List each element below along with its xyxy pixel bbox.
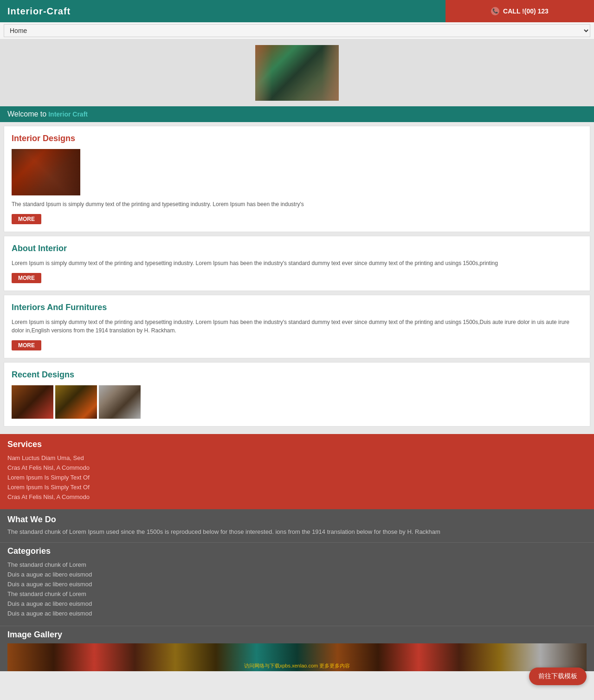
category-item: Duis a augue ac libero euismod — [7, 579, 587, 589]
gallery-section: Image Gallery 访问网络与下载xpbs.xenlao.com 更多更… — [0, 626, 594, 671]
call-label: CALL !(00) 123 — [503, 7, 549, 15]
category-item: Duis a augue ac libero euismod — [7, 599, 587, 609]
interiors-furnitures-more-button[interactable]: MORE — [12, 340, 41, 350]
service-item[interactable]: Cras At Felis Nisl, A Commodo — [7, 492, 587, 502]
recent-images-row — [12, 385, 582, 419]
interiors-furnitures-card: Interiors And Furnitures Lorem Ipsum is … — [4, 295, 590, 358]
interior-designs-card: Interior Designs The standard Ipsum is s… — [4, 126, 590, 232]
services-title: Services — [7, 440, 587, 449]
header: Interior-Craft 📞 CALL !(00) 123 — [0, 0, 594, 22]
hero-section — [0, 39, 594, 106]
phone-icon: 📞 — [491, 7, 499, 15]
main-content: Interior Designs The standard Ipsum is s… — [0, 122, 594, 434]
category-item: The standard chunk of Lorem — [7, 560, 587, 570]
gallery-title: Image Gallery — [7, 630, 587, 640]
about-interior-more-button[interactable]: MORE — [12, 273, 41, 283]
logo-text: Interior-Craft — [7, 6, 71, 17]
interior-designs-title: Interior Designs — [12, 134, 582, 143]
services-list: Nam Luctus Diam Uma, SedCras At Felis Ni… — [7, 453, 587, 502]
services-section: Services Nam Luctus Diam Uma, SedCras At… — [0, 434, 594, 509]
nav-dropdown[interactable]: Home About Services Gallery Contact — [4, 24, 590, 37]
whatwedo-title: What We Do — [7, 515, 587, 525]
category-item: The standard chunk of Lorem — [7, 589, 587, 599]
recent-image-3[interactable] — [99, 385, 141, 419]
header-call[interactable]: 📞 CALL !(00) 123 — [446, 0, 594, 22]
welcome-prefix: Welcome to — [7, 110, 46, 118]
category-item: Duis a augue ac libero euismod — [7, 609, 587, 618]
interior-designs-more-button[interactable]: MORE — [12, 214, 41, 224]
interior-designs-desc: The standard Ipsum is simply dummy text … — [12, 200, 582, 208]
about-interior-desc: Lorem Ipsum is simply dummy text of the … — [12, 259, 582, 267]
download-template-button[interactable]: 前往下载模板 — [529, 668, 587, 671]
interior-designs-image — [12, 149, 80, 195]
category-item: Duis a augue ac libero euismod — [7, 570, 587, 579]
recent-image-1[interactable] — [12, 385, 53, 419]
welcome-brand: Interior Craft — [48, 110, 88, 118]
categories-section: Categories The standard chunk of LoremDu… — [0, 542, 594, 626]
service-item[interactable]: Lorem Ipsum Is Simply Text Of — [7, 473, 587, 482]
welcome-bar: Welcome to Interior Craft — [0, 106, 594, 122]
gallery-watermark: 访问网络与下载xpbs.xenlao.com 更多更多内容 — [244, 662, 350, 669]
whatwedo-section: What We Do The standard chunk of Lorem I… — [0, 509, 594, 542]
interiors-furnitures-title: Interiors And Furnitures — [12, 303, 582, 312]
categories-title: Categories — [7, 546, 587, 556]
hero-overlay — [255, 45, 339, 101]
about-interior-title: About Interior — [12, 244, 582, 253]
header-logo: Interior-Craft — [0, 0, 446, 22]
recent-designs-card: Recent Designs — [4, 362, 590, 427]
gallery-strip: 访问网络与下载xpbs.xenlao.com 更多更多内容 — [7, 643, 587, 671]
nav-bar: Home About Services Gallery Contact — [0, 22, 594, 39]
service-item[interactable]: Nam Luctus Diam Uma, Sed — [7, 453, 587, 463]
service-item[interactable]: Lorem Ipsum Is Simply Text Of — [7, 482, 587, 492]
service-item[interactable]: Cras At Felis Nisl, A Commodo — [7, 463, 587, 473]
about-interior-card: About Interior Lorem Ipsum is simply dum… — [4, 236, 590, 291]
recent-image-2[interactable] — [55, 385, 97, 419]
interiors-furnitures-desc: Lorem Ipsum is simply dummy text of the … — [12, 318, 582, 335]
recent-designs-title: Recent Designs — [12, 370, 582, 380]
whatwedo-desc: The standard chunk of Lorem Ipsum used s… — [7, 527, 587, 537]
categories-list: The standard chunk of LoremDuis a augue … — [7, 560, 587, 618]
hero-image — [255, 45, 339, 101]
